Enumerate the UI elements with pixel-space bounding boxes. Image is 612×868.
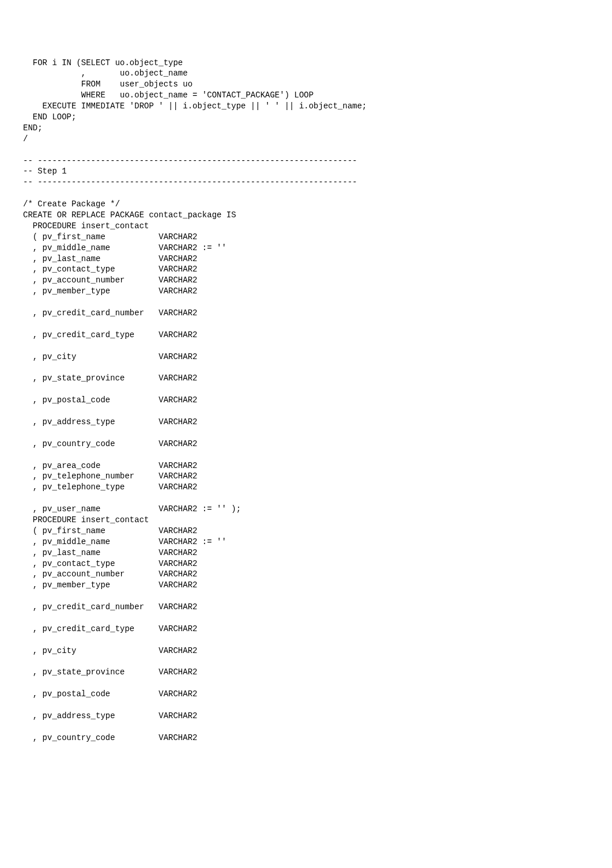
code-block: FOR i IN (SELECT uo.object_type , uo.obj… xyxy=(23,58,589,744)
